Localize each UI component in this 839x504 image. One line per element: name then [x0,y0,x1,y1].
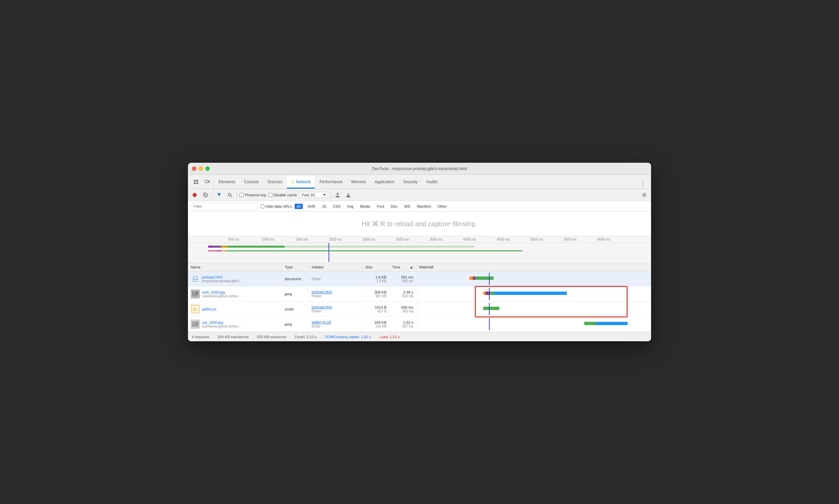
filter-all-button[interactable]: All [294,204,303,209]
initiator-link-2[interactable]: preload.html [312,290,332,294]
filter-img-button[interactable]: Img [345,204,355,209]
file-icon-html: </> [191,274,200,284]
filter-other-button[interactable]: Other [435,204,449,209]
filter-css-button[interactable]: CSS [331,204,343,209]
svg-point-19 [193,322,195,324]
col-header-size[interactable]: Size [362,263,389,271]
initiator-cell-4: gallery.js:18 Script [309,317,362,332]
table-row[interactable]: JS gallery.js script preload.html [188,302,651,317]
mark-3000: 3000 ms [396,238,430,241]
more-tabs-button[interactable]: ⋮ [637,179,648,188]
row4-url: yoavweiss.github.io/ima... [202,324,240,328]
filter-media-button[interactable]: Media [358,204,372,209]
svg-line-7 [231,196,232,197]
preserve-log-checkbox[interactable] [239,193,244,197]
tab-audits[interactable]: Audits [422,176,441,188]
waterfall-cell-2 [416,287,651,302]
devtools-window: DevTools - responsive-preload.glitch.me/… [188,163,651,341]
maximize-button[interactable] [206,166,210,171]
tab-security[interactable]: Security [399,176,422,188]
initiator-link-3[interactable]: preload.html [312,305,332,309]
preserve-log-checkbox-label[interactable]: Preserve log [239,193,266,197]
timeline-ruler: 500 ms 1000 ms 1500 ms 2000 ms 2500 ms 3… [188,236,651,263]
hide-data-urls-checkbox[interactable] [261,204,265,209]
filter-bar: Hide data URLs All XHR JS CSS Img Media … [188,201,651,212]
size-cell-4: 194 KB 193 KB [362,317,389,332]
mark-2500: 2500 ms [362,238,396,241]
time-cell-1: 991 ms 983 ms [389,271,416,287]
export-har-button[interactable] [344,191,352,199]
svg-rect-1 [209,181,210,182]
filter-font-button[interactable]: Font [375,204,386,209]
svg-line-5 [204,194,207,196]
name-cell-3: JS gallery.js [188,302,282,317]
network-warning-icon: ⚠ [291,180,294,184]
filter-icon-button[interactable] [215,191,223,199]
row2-name: wolf_1600.jpg [202,290,240,294]
svg-rect-0 [205,180,208,182]
table-body: </> preload.html responsive-preload.glit… [188,271,651,332]
col-header-type[interactable]: Type [282,263,309,271]
filter-js-button[interactable]: JS [320,204,328,209]
col-header-waterfall[interactable]: Waterfall [416,263,651,271]
col-header-name[interactable]: Name [188,263,282,271]
waterfall-cell-1 [416,271,651,287]
tab-application[interactable]: Application [371,176,398,188]
waterfall-cell-4 [416,317,651,332]
network-table-wrapper: Name Type Initiator Size Time ▲ Waterfal… [188,263,651,332]
window-title: DevTools - responsive-preload.glitch.me/… [372,166,467,171]
name-cell-2: wolf_1600.jpg yoavweiss.github.io/ima... [188,287,282,302]
filter-xhr-button[interactable]: XHR [305,204,317,209]
minimize-button[interactable] [199,166,203,171]
sort-arrow-icon: ▲ [410,265,413,269]
tabs-bar: Elements Console Sources ⚠ Network Perfo… [188,175,651,189]
tab-sources[interactable]: Sources [264,176,286,188]
clear-button[interactable] [201,191,210,199]
tab-performance[interactable]: Performance [316,176,347,188]
filter-manifest-button[interactable]: Manifest [415,204,433,209]
type-cell-2: jpeg [282,287,309,302]
mark-5500: 5500 ms [564,238,597,241]
time-cell-4: 1.62 s 567 ms [389,317,416,332]
disable-cache-checkbox-label[interactable]: Disable cache [268,193,297,197]
settings-button[interactable] [640,191,648,199]
tab-device-icon[interactable] [202,176,213,188]
table-row[interactable]: wolf_1600.jpg yoavweiss.github.io/ima...… [188,287,651,302]
mark-4000: 4000 ms [463,238,497,241]
size-cell-2: 308 KB 307 KB [362,287,389,302]
mark-4500: 4500 ms [497,238,530,241]
transferred-size: 504 KB transferred [217,335,253,339]
tab-network[interactable]: ⚠ Network [287,176,315,188]
time-cell-3: 566 ms 565 ms [389,302,416,317]
disable-cache-checkbox[interactable] [268,193,272,197]
filter-input[interactable] [191,203,258,210]
resources-size: 503 KB resources [257,335,291,339]
finish-time: Finish: 5.13 s [294,335,321,339]
filmstrip-area: Hit ⌘ R to reload and capture filmstrip. [188,212,651,236]
col-header-initiator[interactable]: Initiator [309,263,362,271]
file-icon-js: JS [191,304,200,314]
initiator-cell-2: preload.html Parser [309,287,362,302]
col-header-time[interactable]: Time ▲ [389,263,416,271]
throttle-select[interactable]: Fast 3G No throttling Slow 3G Offline [300,192,328,198]
close-button[interactable] [192,166,196,171]
import-har-button[interactable] [334,191,342,199]
time-cell-2: 2.48 s 814 ms [389,287,416,302]
tab-memory[interactable]: Memory [347,176,370,188]
tab-elements[interactable]: Elements [214,176,239,188]
table-row[interactable]: cat_1600.jpg yoavweiss.github.io/ima... … [188,317,651,332]
filter-ws-button[interactable]: WS [402,204,412,209]
record-button[interactable] [191,191,199,199]
table-row[interactable]: </> preload.html responsive-preload.glit… [188,271,651,287]
tab-inspect-icon[interactable] [191,176,201,188]
tab-console[interactable]: Console [240,176,263,188]
svg-point-6 [228,193,231,196]
row3-name: gallery.js [202,307,216,311]
filter-doc-button[interactable]: Doc [389,204,400,209]
mark-3500: 3500 ms [430,238,463,241]
name-cell-1: </> preload.html responsive-preload.glit… [188,271,282,287]
initiator-link-4[interactable]: gallery.js:18 [312,320,331,324]
hide-data-urls-label[interactable]: Hide data URLs [261,204,292,209]
search-button[interactable] [226,191,234,199]
size-cell-3: 1014 B 827 B [362,302,389,317]
